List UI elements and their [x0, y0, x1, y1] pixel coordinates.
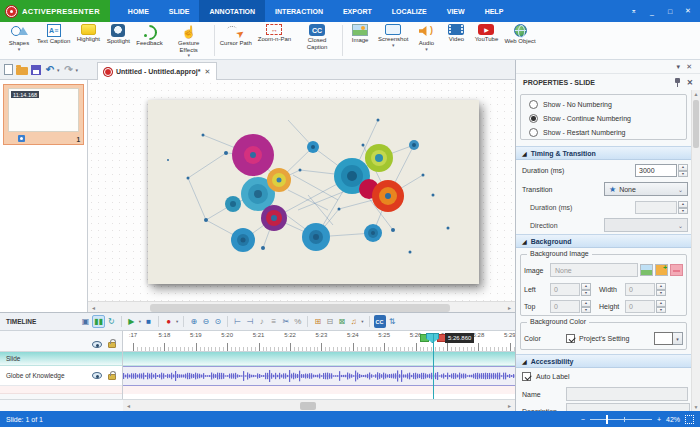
zoom-n-pan-button[interactable]: Zoom-n-Pan: [255, 22, 294, 59]
snap-end-button[interactable]: ⊣: [244, 315, 255, 328]
zoom-out-button[interactable]: −: [581, 416, 585, 423]
pane-layout-button[interactable]: ▣: [80, 315, 91, 328]
zoom-in-button[interactable]: +: [657, 416, 661, 423]
close-button[interactable]: ✕: [680, 3, 696, 19]
radio-icon[interactable]: [529, 100, 538, 109]
radio-icon[interactable]: [529, 114, 538, 123]
auto-label-checkbox[interactable]: [522, 372, 531, 381]
transition-dropdown[interactable]: ★ None ⌄: [604, 182, 688, 196]
highlight-button[interactable]: Highlight: [73, 22, 103, 59]
scroll-right-icon[interactable]: ▸: [504, 302, 515, 312]
section-accessibility[interactable]: ◢ Accessibility: [516, 354, 691, 368]
audio-track-bar[interactable]: [123, 366, 515, 386]
properties-scroll-thumb[interactable]: [693, 100, 699, 148]
color-swatch[interactable]: [654, 332, 673, 345]
panel-close-icon[interactable]: ✕: [686, 63, 692, 71]
pin-button[interactable]: ⌅: [626, 3, 642, 19]
slide-track-bar[interactable]: [123, 352, 515, 366]
zoom-slider-thumb[interactable]: [606, 415, 609, 424]
canvas-scroll-thumb[interactable]: [150, 304, 450, 312]
canvas-horizontal-scrollbar[interactable]: ◂ ▸: [88, 301, 515, 312]
spotlight-button[interactable]: Spotlight: [103, 22, 133, 59]
menu-interaction[interactable]: INTERACTION: [265, 0, 333, 22]
timeline-scroll-thumb[interactable]: [300, 402, 316, 410]
text-caption-button[interactable]: Text Caption: [34, 22, 73, 59]
properties-scrollbar[interactable]: ▲ ▼: [691, 90, 700, 411]
loop-button[interactable]: ↻: [106, 315, 117, 328]
minimize-button[interactable]: _: [644, 3, 660, 19]
closed-caption-button[interactable]: Closed Caption: [294, 22, 340, 59]
scroll-left-icon[interactable]: ◂: [123, 400, 134, 410]
choose-image-button[interactable]: [640, 264, 653, 276]
numbering-option-2[interactable]: Show - Restart Numbering: [529, 128, 686, 137]
radio-icon[interactable]: [529, 128, 538, 137]
timeline-horizontal-scrollbar[interactable]: ◂ ▸: [0, 399, 515, 411]
open-image-button[interactable]: [655, 264, 668, 276]
adjust-volume-button[interactable]: ≡: [268, 315, 279, 328]
screenshot-button[interactable]: Screenshot▾: [375, 22, 411, 59]
new-document-button[interactable]: [4, 64, 13, 75]
scroll-up-icon[interactable]: ▲: [692, 91, 700, 97]
slide-thumbnail[interactable]: 11:14.168 1: [3, 84, 84, 145]
show-hide-icon[interactable]: [92, 372, 102, 379]
youtube-button[interactable]: YouTube: [471, 22, 501, 59]
lock-icon[interactable]: [108, 374, 116, 380]
show-hide-all-icon[interactable]: [92, 341, 102, 348]
mute-button[interactable]: ♪: [256, 315, 267, 328]
maximize-button[interactable]: □: [662, 3, 678, 19]
gesture-effects-button[interactable]: Gesture Effects▾: [166, 22, 212, 59]
section-timing[interactable]: ◢ Timing & Transition: [516, 146, 691, 160]
zoom-slider[interactable]: [590, 419, 652, 420]
lock-all-icon[interactable]: [108, 342, 116, 348]
section-background[interactable]: ◢ Background: [516, 234, 691, 248]
scroll-down-icon[interactable]: ▼: [692, 404, 700, 410]
stop-button[interactable]: ■: [143, 315, 154, 328]
panel-menu-icon[interactable]: ▾: [677, 63, 681, 71]
menu-export[interactable]: EXPORT: [333, 0, 382, 22]
duration-spinner[interactable]: ▲▼: [678, 164, 688, 177]
menu-help[interactable]: HELP: [475, 0, 514, 22]
zoom-out-button[interactable]: ⊖: [200, 315, 211, 328]
change-speed-button[interactable]: %: [292, 315, 303, 328]
project-setting-checkbox[interactable]: [566, 334, 575, 343]
fit-to-window-icon[interactable]: [685, 415, 694, 424]
feedback-button[interactable]: Feedback: [133, 22, 165, 59]
cursor-path-button[interactable]: Cursor Path: [217, 22, 255, 59]
web-object-button[interactable]: Web Object: [501, 22, 538, 59]
remove-time-button[interactable]: ⊟: [324, 315, 335, 328]
audio-button[interactable]: ♫: [348, 315, 359, 328]
document-tab[interactable]: Untitled - Untitled.approj* ✕: [97, 62, 217, 80]
app-brand[interactable]: ACTIVEPRESENTER: [0, 0, 110, 22]
scroll-left-icon[interactable]: ◂: [88, 302, 99, 312]
pin-icon[interactable]: [674, 78, 681, 87]
save-button[interactable]: [31, 65, 41, 75]
mixer-button[interactable]: ⇅: [387, 315, 398, 328]
shapes-button[interactable]: Shapes▾: [4, 22, 34, 59]
undo-button[interactable]: ▾: [44, 64, 60, 76]
split-button[interactable]: ✂: [280, 315, 291, 328]
record-narration-button[interactable]: ●: [163, 315, 174, 328]
video-button[interactable]: Video: [441, 22, 471, 59]
audio-button[interactable]: Audio▾: [411, 22, 441, 59]
scroll-right-icon[interactable]: ▸: [504, 400, 515, 410]
chevron-down-icon[interactable]: ▾: [673, 332, 683, 345]
auto-scroll-button[interactable]: ▮▮: [92, 315, 105, 328]
menu-view[interactable]: VIEW: [437, 0, 475, 22]
image-button[interactable]: Image: [345, 22, 375, 59]
numbering-option-0[interactable]: Show - No Numbering: [529, 100, 686, 109]
snap-start-button[interactable]: ⊢: [232, 315, 243, 328]
playhead-line[interactable]: [433, 334, 435, 399]
zoom-fit-button[interactable]: ⊙: [212, 315, 223, 328]
properties-close-icon[interactable]: ✕: [687, 78, 693, 87]
open-project-button[interactable]: [16, 65, 28, 75]
zoom-in-button[interactable]: ⊕: [188, 315, 199, 328]
menu-annotation[interactable]: ANNOTATION: [199, 0, 265, 22]
track-row-slide[interactable]: Slide: [0, 352, 122, 366]
duration-input[interactable]: 3000: [635, 164, 677, 177]
freeze-frame-button[interactable]: ⊠: [336, 315, 347, 328]
menu-slide[interactable]: SLIDE: [159, 0, 200, 22]
numbering-option-1[interactable]: Show - Continue Numbering: [529, 114, 686, 123]
menu-home[interactable]: HOME: [118, 0, 159, 22]
insert-time-button[interactable]: ⊞: [312, 315, 323, 328]
tab-close-icon[interactable]: ✕: [204, 68, 210, 76]
